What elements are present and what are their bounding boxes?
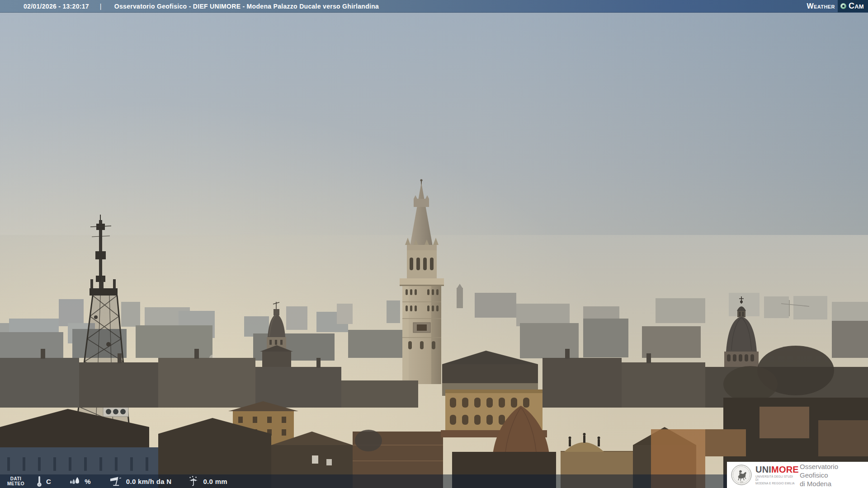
unimore-more-text: MORE	[771, 465, 799, 474]
observatory-name: Osservatorio Geofisico di Modena	[800, 462, 868, 488]
weathercam-weather-label: Weather	[807, 2, 835, 10]
weathercam-cam-label: Cam	[849, 1, 864, 11]
top-bar: 02/01/2026 - 13:20:17 | Osservatorio Geo…	[0, 0, 868, 13]
unimore-seal-icon	[731, 465, 752, 485]
timestamp: 02/01/2026 - 13:20:17	[24, 3, 89, 10]
dati-label-line2: METEO	[7, 482, 24, 486]
webcam-viewer: 02/01/2026 - 13:20:17 | Osservatorio Geo…	[0, 0, 868, 488]
dati-meteo-label: DATI METEO	[7, 477, 24, 486]
rain-value: 0.0 mm	[203, 478, 227, 485]
unimore-uni-text: UNI	[755, 465, 771, 474]
camera-info: 02/01/2026 - 13:20:17 | Osservatorio Geo…	[24, 3, 379, 10]
unimore-wordmark: UNIMORE UNIVERSITÀ DEGLI STUDI DI MODENA…	[755, 465, 795, 485]
wind-value: 0.0 km/h da N	[126, 478, 172, 485]
temperature-reading: C	[36, 475, 51, 487]
webcam-photo-modena-skyline	[0, 0, 868, 488]
unimore-subtitle-line1: UNIVERSITÀ DEGLI STUDI DI	[755, 475, 795, 482]
humidity-reading: %	[69, 476, 91, 486]
water-drops-icon	[69, 476, 81, 486]
weathercam-cam-box: Cam	[838, 0, 868, 12]
humidity-value: %	[85, 478, 91, 485]
windsock-icon	[108, 476, 123, 487]
camera-lens-icon	[840, 3, 846, 9]
dati-label-line1: DATI	[7, 477, 24, 481]
unimore-subtitle-line2: MODENA E REGGIO EMILIA	[755, 482, 795, 485]
camera-title: Osservatorio Geofisico - DIEF UNIMORE - …	[114, 3, 379, 10]
umbrella-icon	[188, 476, 199, 487]
thermometer-icon	[36, 475, 42, 487]
weathercam-logo[interactable]: Weather Cam	[807, 0, 868, 12]
separator: |	[100, 3, 102, 10]
rain-reading: 0.0 mm	[188, 476, 227, 487]
observatory-name-line2: di Modena	[800, 479, 868, 488]
unimore-logo[interactable]: UNIMORE UNIVERSITÀ DEGLI STUDI DI MODENA…	[727, 462, 868, 488]
observatory-name-line1: Osservatorio Geofisico	[800, 462, 868, 479]
wind-reading: 0.0 km/h da N	[108, 476, 172, 487]
temperature-value: C	[46, 478, 51, 485]
